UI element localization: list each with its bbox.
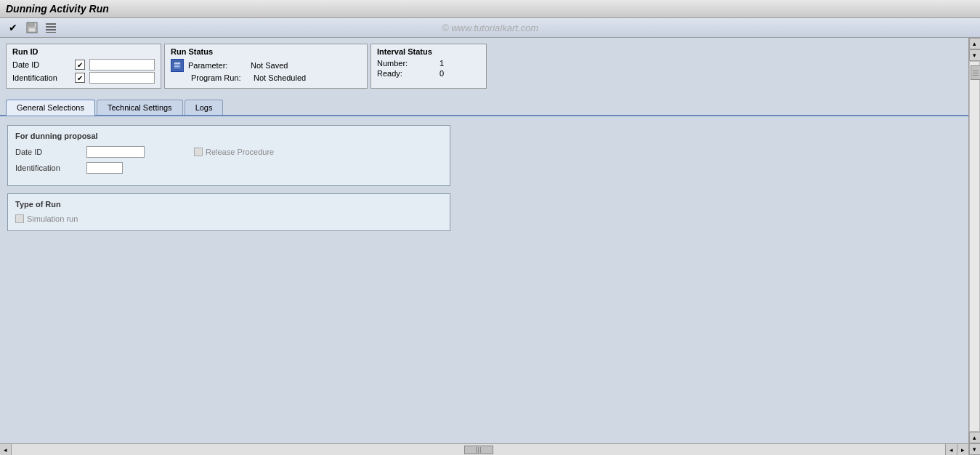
program-run-value: Not Scheduled <box>254 73 306 82</box>
run-status-title: Run Status <box>171 47 361 56</box>
run-status-box: Run Status Parameter: Not Saved <box>164 44 368 89</box>
release-procedure-group: Release Procedure <box>194 148 274 156</box>
svg-rect-10 <box>174 65 179 65</box>
parameter-label: Parameter: <box>188 61 246 70</box>
content-panel: Run ID Date ID ✔ Identification ✔ Run St… <box>0 38 968 455</box>
interval-status-box: Interval Status Number: 1 Ready: 0 <box>370 44 487 89</box>
for-dunning-proposal-title: For dunning proposal <box>15 132 442 140</box>
tab-technical-settings[interactable]: Technical Settings <box>97 100 183 115</box>
tab-logs-label: Logs <box>195 103 213 112</box>
scroll-track[interactable] <box>969 61 980 432</box>
grip-line-3 <box>973 75 979 76</box>
check-icon[interactable]: ✔ <box>6 21 20 34</box>
svg-rect-6 <box>46 32 56 33</box>
grip-line-1 <box>973 71 979 71</box>
identification-row: Identification ✔ <box>12 72 155 84</box>
dunning-identification-label: Identification <box>15 164 81 172</box>
type-of-run-title: Type of Run <box>15 200 442 209</box>
date-id-input[interactable] <box>89 59 155 71</box>
title-bar: Dunning Activity Run <box>0 0 980 18</box>
number-value: 1 <box>440 59 444 68</box>
simulation-run-label: Simulation run <box>27 214 78 223</box>
dunning-date-id-input[interactable] <box>86 146 145 158</box>
svg-rect-1 <box>28 23 34 26</box>
svg-rect-4 <box>46 26 56 28</box>
window-title: Dunning Activity Run <box>6 3 109 15</box>
identification-checkbox[interactable]: ✔ <box>75 73 85 83</box>
toolbar: ✔ © www.tutorialkart.com <box>0 18 980 38</box>
tab-logs[interactable]: Logs <box>185 100 224 115</box>
grip-line-1 <box>476 447 477 453</box>
svg-rect-9 <box>174 63 180 64</box>
identification-input[interactable] <box>89 72 155 84</box>
dunning-identification-row: Identification <box>15 162 442 174</box>
tab-general-selections[interactable]: General Selections <box>6 100 95 116</box>
bottom-scrollbar: ◂ ◂ ▸ <box>0 443 968 455</box>
svg-rect-2 <box>28 28 36 32</box>
bottom-right-buttons: ◂ ▸ <box>945 444 968 456</box>
for-dunning-proposal-group: For dunning proposal Date ID Release Pro… <box>7 125 450 186</box>
number-label: Number: <box>377 59 435 68</box>
scroll-up-button[interactable]: ▴ <box>969 38 981 49</box>
right-scrollbar: ▴ ▾ ▴ ▾ <box>968 38 980 455</box>
interval-status-title: Interval Status <box>377 47 480 56</box>
number-row: Number: 1 <box>377 59 480 68</box>
svg-rect-11 <box>174 66 179 67</box>
dunning-date-id-label: Date ID <box>15 148 81 156</box>
menu-icon[interactable] <box>44 21 58 34</box>
run-id-box: Run ID Date ID ✔ Identification ✔ <box>6 44 161 89</box>
dunning-date-id-row: Date ID Release Procedure <box>15 146 442 158</box>
svg-rect-3 <box>46 23 56 25</box>
scroll-right-btn-1[interactable]: ◂ <box>945 444 957 456</box>
main-area: Run ID Date ID ✔ Identification ✔ Run St… <box>0 38 980 455</box>
program-run-label: Program Run: <box>191 73 249 82</box>
release-procedure-checkbox[interactable] <box>194 148 203 156</box>
scroll-down-button-top[interactable]: ▾ <box>969 49 981 61</box>
parameter-value: Not Saved <box>251 61 288 70</box>
identification-label: Identification <box>12 73 70 82</box>
date-id-checkbox[interactable]: ✔ <box>75 60 85 70</box>
date-id-row: Date ID ✔ <box>12 59 155 71</box>
tab-general-label: General Selections <box>17 103 84 112</box>
scroll-right-btn-2[interactable]: ▸ <box>957 444 968 456</box>
scroll-left-button[interactable]: ◂ <box>0 444 12 456</box>
scroll-up-bottom[interactable]: ▴ <box>969 432 981 443</box>
parameter-icon <box>171 59 184 72</box>
ready-row: Ready: 0 <box>377 69 480 78</box>
date-id-label: Date ID <box>12 60 70 69</box>
type-of-run-group: Type of Run Simulation run <box>7 193 450 231</box>
bottom-scroll-grip[interactable] <box>464 446 493 454</box>
release-procedure-label: Release Procedure <box>206 148 274 156</box>
program-run-row: Program Run: Not Scheduled <box>171 73 361 82</box>
simulation-run-row: Simulation run <box>15 214 442 223</box>
grip-line-3 <box>480 447 481 453</box>
simulation-run-checkbox[interactable] <box>15 214 24 223</box>
bottom-scroll-track[interactable] <box>12 444 945 455</box>
tabs-bar: General Selections Technical Settings Lo… <box>0 94 968 116</box>
dunning-identification-input[interactable] <box>86 162 123 174</box>
watermark: © www.tutorialkart.com <box>442 23 538 33</box>
ready-label: Ready: <box>377 69 435 78</box>
ready-value: 0 <box>440 69 444 78</box>
tab-content-general: For dunning proposal Date ID Release Pro… <box>0 116 968 443</box>
grip-line-2 <box>478 447 479 453</box>
parameter-row: Parameter: Not Saved <box>171 59 361 72</box>
grip-line-2 <box>973 73 979 73</box>
svg-rect-5 <box>46 29 56 31</box>
tab-technical-label: Technical Settings <box>108 103 172 112</box>
info-section: Run ID Date ID ✔ Identification ✔ Run St… <box>0 38 968 94</box>
scroll-down-bottom[interactable]: ▾ <box>969 443 981 455</box>
scroll-grip[interactable] <box>971 65 980 80</box>
save-icon[interactable] <box>25 21 39 34</box>
run-id-title: Run ID <box>12 47 155 56</box>
